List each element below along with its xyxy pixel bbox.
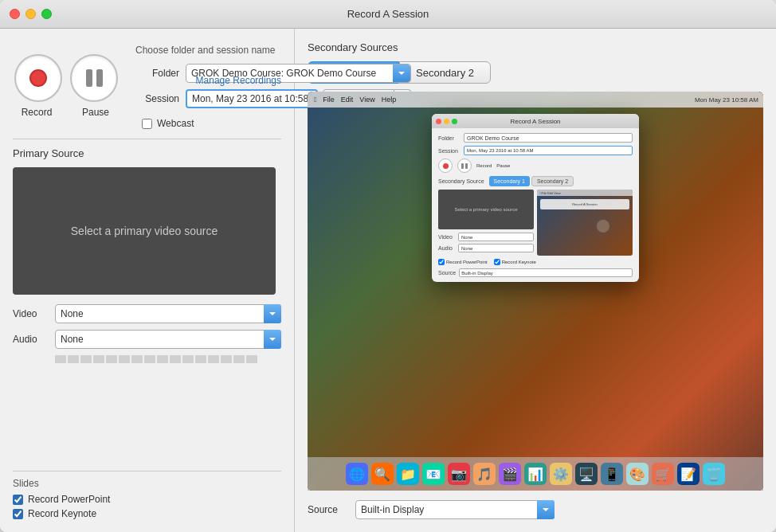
source-row-bottom: Source Built-in Display [308,500,763,519]
nested-window: Record A Session Folder GROK Demo Course… [432,114,639,282]
meter-bar-16 [246,355,257,363]
source-select-bottom-wrapper: Built-in Display [355,500,555,519]
video-preview: Select a primary video source [13,167,276,295]
nested-vp-text: Select a primary video source [454,207,517,212]
nested-pause-bar-r [465,163,468,169]
nested-source-rows: Video None Audio No [438,233,534,252]
nested-source-value: Built-in Display [459,268,633,277]
nested-kn-label: Record Keynote [494,259,536,265]
dock-icon-8: 📊 [524,463,547,485]
traffic-lights [10,9,52,19]
source-select-bottom[interactable]: Built-in Display [355,500,555,519]
record-powerpoint-checkbox[interactable] [13,495,23,505]
record-keynote-label: Record Keynote [28,508,96,519]
audio-source-row: Audio None [13,330,281,349]
nested-source-bottom: Source Built-in Display [438,268,633,277]
meter-bar-15 [233,355,245,363]
meter-bar-13 [208,355,219,363]
maximize-button[interactable] [41,9,52,19]
meter-bar-14 [221,355,232,363]
source-label-bottom: Source [308,504,347,515]
dock-icon-12: 🎨 [626,463,649,485]
nested-kn-text: Record Keynote [502,260,536,264]
primary-source-title: Primary Source [13,147,281,159]
nested-tab1: Secondary 1 [489,176,530,186]
folder-dropdown-arrow [393,65,410,82]
top-area: Record Pause Choose folder and session n… [0,29,294,139]
nested-pause-label: Pause [496,163,510,168]
pause-bar-right [96,69,103,87]
meter-bar-4 [93,355,104,363]
video-select[interactable]: None [55,304,281,323]
preview-menubar-right: Mon May 23 10:58 AM [695,96,758,104]
dock-icon-14: 📝 [677,463,700,485]
primary-source-section: Primary Source Select a primary video so… [0,139,294,471]
close-button[interactable] [10,9,20,19]
nested-pp-label: Record PowerPoint [438,259,488,265]
nested-kn-checkbox [494,259,500,265]
dock-icon-9: ⚙️ [550,463,572,485]
nested-close [436,119,441,124]
nested-minimize [444,119,449,124]
nested-audio-label: Audio [438,245,458,251]
webcast-checkbox[interactable] [142,119,152,129]
pause-bar-left [86,69,92,87]
nested-record-dot [443,163,449,169]
right-panel: Secondary Sources Secondary 1 Secondary … [295,29,776,532]
nested-video-row: Video None [438,233,534,241]
nested-audio-row: Audio None [438,244,534,252]
preview-menubar:  File Edit View Help Mon May 23 10:58 A… [308,92,763,108]
preview-apple-menu:  [314,96,316,104]
nested-left-col: Select a primary video source Video None [438,190,534,256]
nested-title: Record A Session [510,118,560,125]
pause-button[interactable] [70,54,118,102]
nested-pause-bar-l [461,163,464,169]
form-header: Choose folder and session name [135,45,411,56]
session-input[interactable] [186,89,318,108]
nested-session-label: Session [438,148,464,154]
nested-inner-window: Record A Session [540,199,629,209]
meter-bar-5 [106,355,117,363]
nested-folder-row: Folder GROK Demo Course [438,133,633,143]
nested-pp-text: Record PowerPoint [446,260,488,264]
video-source-row: Video None [13,304,281,323]
webcast-label: Webcast [157,118,194,129]
left-panel: Record Pause Choose folder and session n… [0,29,295,532]
preview-file-menu: File [323,96,335,104]
main-window: Record A Session [0,0,776,532]
titlebar: Record A Session [0,0,776,29]
meter-bar-11 [182,355,194,363]
dock-icon-10: 🖥️ [575,463,598,485]
manage-recordings-link[interactable]: Manage Recordings [196,75,281,86]
nested-record-pause: Record Pause [438,158,633,173]
meter-bar-9 [157,355,168,363]
record-pause-buttons [14,54,118,102]
dock-icon-3: 📁 [397,463,419,485]
record-keynote-checkbox[interactable] [13,509,23,519]
audio-label: Audio [13,334,49,345]
dock-icon-13: 🛒 [652,463,674,485]
meter-bar-10 [170,355,181,363]
audio-select[interactable]: None [55,330,281,349]
nested-right-screenshot:  File Edit View Record A Session [537,190,633,256]
tab-secondary-2[interactable]: Secondary 2 [399,61,491,84]
minimize-button[interactable] [25,9,36,19]
window-title: Record A Session [347,8,429,20]
slides-title: Slides [13,478,281,489]
nested-slides: Record PowerPoint Record Keynote [438,259,633,265]
nested-video-preview: Select a primary video source [438,190,534,229]
meter-bar-12 [195,355,206,363]
nested-folder-value: GROK Demo Course [464,133,633,143]
preview-dock: 🌐 🔍 📁 📧 📷 🎵 🎬 📊 ⚙️ 🖥️ 📱 🎨 🛒 📝 [308,457,763,491]
record-button[interactable] [14,54,62,102]
desktop-background:  File Edit View Help Mon May 23 10:58 A… [308,92,763,491]
screenshot-preview:  File Edit View Help Mon May 23 10:58 A… [308,92,763,491]
preview-edit-menu: Edit [341,96,354,104]
dock-icon-2: 🔍 [371,463,394,485]
session-label: Session [135,93,179,104]
video-label: Video [13,308,49,319]
button-labels: Record Pause [13,107,120,118]
nested-video-label: Video [438,234,458,240]
record-powerpoint-label: Record PowerPoint [28,494,110,505]
pause-label: Pause [72,107,120,118]
